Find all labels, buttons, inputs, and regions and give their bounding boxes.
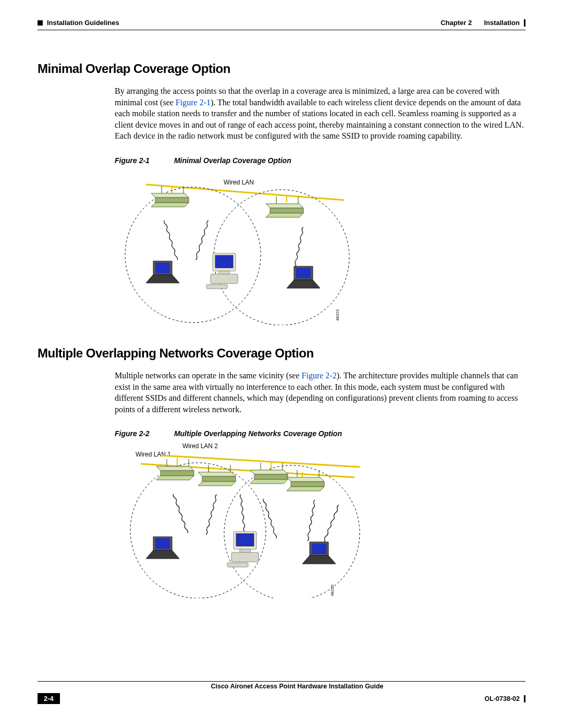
- figure-2-1-title: Minimal Overlap Coverage Option: [174, 156, 291, 165]
- figure-2-2: Wired LAN 1 Wired LAN 2 48225: [115, 442, 525, 600]
- desktop-icon: [227, 532, 259, 567]
- page-header: Installation Guidelines Chapter 2 Instal…: [38, 19, 525, 27]
- fig2-code: 48225: [330, 585, 335, 597]
- laptop-icon: [146, 537, 179, 559]
- header-bullet-icon: [38, 20, 43, 26]
- footer-guide-title: Cisco Aironet Access Point Hardware Inst…: [69, 683, 525, 690]
- section2-title: Multiple Overlapping Networks Coverage O…: [38, 346, 525, 361]
- desktop-icon: [206, 253, 238, 289]
- figure-2-2-number: Figure 2-2: [115, 429, 172, 438]
- fig1-wiredlan-label: Wired LAN: [224, 179, 254, 186]
- svg-point-25: [130, 463, 266, 598]
- header-chapter-title: Installation: [484, 19, 520, 27]
- document-number: OL-0738-02: [485, 695, 520, 702]
- header-section: Installation Guidelines: [47, 19, 119, 27]
- laptop-icon: [146, 261, 179, 283]
- laptop-icon: [287, 266, 320, 288]
- figure-2-1-caption: Figure 2-1 Minimal Overlap Coverage Opti…: [115, 156, 525, 165]
- fig2-wiredlan2-label: Wired LAN 2: [182, 442, 218, 450]
- page-number: 2-4: [38, 693, 60, 704]
- figure-2-2-caption: Figure 2-2 Multiple Overlapping Networks…: [115, 429, 525, 438]
- laptop-icon: [302, 542, 336, 564]
- page-footer: Cisco Aironet Access Point Hardware Inst…: [38, 681, 525, 704]
- header-bar-icon: [524, 19, 525, 27]
- figure-2-1-link[interactable]: Figure 2-1: [176, 98, 211, 107]
- header-rule: [38, 30, 525, 30]
- header-chapter-label: Chapter 2: [440, 19, 472, 27]
- figure-2-1-number: Figure 2-1: [115, 156, 172, 165]
- access-point-icon: [156, 459, 194, 480]
- figure-2-1: Wired LAN 48223: [115, 169, 525, 327]
- section1-title: Minimal Overlap Coverage Option: [38, 61, 525, 76]
- figure-2-2-title: Multiple Overlapping Networks Coverage O…: [174, 429, 342, 438]
- svg-point-17: [125, 187, 261, 323]
- access-point-icon: [266, 196, 303, 217]
- section1-body: By arranging the access points so that t…: [115, 85, 525, 142]
- footer-bar-icon: [524, 695, 525, 702]
- fig1-code: 48223: [335, 309, 340, 321]
- figure-2-2-link[interactable]: Figure 2-2: [302, 371, 337, 380]
- section2-body-pre: Multiple networks can operate in the sam…: [115, 371, 302, 380]
- section2-body: Multiple networks can operate in the sam…: [115, 370, 525, 415]
- access-point-icon: [151, 186, 189, 207]
- fig2-wiredlan1-label: Wired LAN 1: [136, 451, 171, 458]
